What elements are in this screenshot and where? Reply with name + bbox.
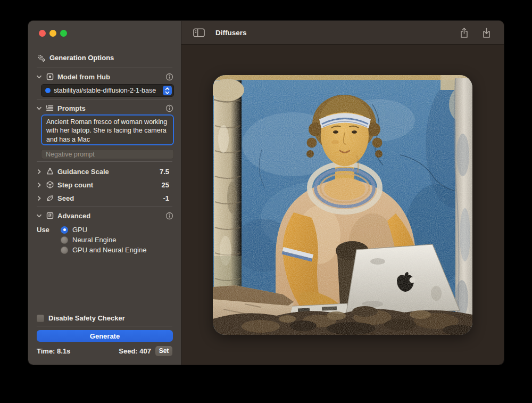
last-seed-value: Seed: 407 xyxy=(119,347,151,355)
radio-unselected[interactable] xyxy=(61,236,68,244)
prompt-input[interactable]: Ancient Roman fresco of woman working wi… xyxy=(41,114,174,145)
negative-prompt-input[interactable] xyxy=(41,149,174,159)
chevron-right-icon[interactable] xyxy=(36,168,42,175)
divider xyxy=(37,207,172,207)
chevron-down-icon[interactable] xyxy=(36,73,42,80)
chevron-down-icon[interactable] xyxy=(36,212,42,219)
chevron-down-icon[interactable] xyxy=(36,105,42,111)
safety-checkbox[interactable] xyxy=(37,315,44,322)
use-label: Use xyxy=(37,226,52,234)
close-button[interactable] xyxy=(39,30,46,37)
prompts-section-header: Prompts xyxy=(36,103,173,113)
safety-label: Disable Safety Checker xyxy=(48,314,125,322)
advanced-section-header: Advanced xyxy=(36,211,173,220)
model-select-value: stabilityai/stable-diffusion-2-1-base xyxy=(54,87,163,94)
seed-value: -1 xyxy=(163,194,169,202)
step-count-row[interactable]: Step count 25 xyxy=(36,180,173,190)
compute-unit-group: Use GPU Neural Engine GPU and Neural Eng… xyxy=(37,225,146,255)
sidebar: Generation Options Model from Hub stabil… xyxy=(28,21,181,365)
step-count-label: Step count xyxy=(57,181,93,189)
image-canvas xyxy=(181,45,504,365)
seed-row[interactable]: Seed -1 xyxy=(36,193,173,203)
radio-selected[interactable] xyxy=(61,226,68,234)
zoom-button[interactable] xyxy=(60,30,67,37)
safety-checker-row[interactable]: Disable Safety Checker xyxy=(37,314,125,322)
share-icon[interactable] xyxy=(457,26,471,39)
divider xyxy=(37,100,172,100)
info-icon[interactable] xyxy=(165,73,173,81)
model-section-header: Model from Hub xyxy=(36,72,173,81)
radio-option-gpu-and-neural-engine[interactable]: GPU and Neural Engine xyxy=(37,245,146,255)
chevron-right-icon[interactable] xyxy=(36,195,42,201)
gears-icon xyxy=(37,53,46,62)
model-icon xyxy=(45,72,54,81)
main-pane: Diffusers xyxy=(181,21,504,365)
model-status-dot xyxy=(45,88,51,93)
select-stepper-icon xyxy=(163,86,172,95)
prompts-section-label: Prompts xyxy=(57,104,86,112)
scale-weight-icon xyxy=(45,167,54,176)
radio-option-gpu[interactable]: Use GPU xyxy=(37,225,146,235)
advanced-section-label: Advanced xyxy=(57,212,90,220)
guidance-scale-row[interactable]: Guidance Scale 7.5 xyxy=(36,167,173,176)
save-image-icon[interactable] xyxy=(479,26,493,39)
radio-label: Neural Engine xyxy=(72,236,116,244)
flag-icon xyxy=(45,211,54,220)
radio-option-neural-engine[interactable]: Neural Engine xyxy=(37,235,146,245)
seed-label: Seed xyxy=(57,194,74,202)
prompts-icon xyxy=(45,104,54,113)
radio-label: GPU and Neural Engine xyxy=(72,246,146,254)
radio-unselected[interactable] xyxy=(61,246,68,254)
divider xyxy=(37,326,172,326)
generate-button[interactable]: Generate xyxy=(37,330,173,342)
info-icon[interactable] xyxy=(165,104,173,112)
generated-image-art xyxy=(213,75,472,335)
generated-image xyxy=(213,75,472,335)
model-section-label: Model from Hub xyxy=(57,73,110,81)
step-count-value: 25 xyxy=(162,181,169,189)
leaf-icon xyxy=(45,194,54,203)
model-select[interactable]: stabilityai/stable-diffusion-2-1-base xyxy=(41,84,174,97)
info-icon[interactable] xyxy=(165,212,173,220)
minimize-button[interactable] xyxy=(49,30,56,37)
sidebar-toggle-icon[interactable] xyxy=(192,26,206,39)
chevron-right-icon[interactable] xyxy=(36,182,42,188)
time-value: Time: 8.1s xyxy=(37,347,70,355)
window-title: Diffusers xyxy=(215,29,247,37)
toolbar: Diffusers xyxy=(181,21,504,45)
guidance-scale-label: Guidance Scale xyxy=(57,168,109,176)
app-window: Generation Options Model from Hub stabil… xyxy=(28,20,504,365)
guidance-scale-value: 7.5 xyxy=(160,168,169,176)
status-bar: Time: 8.1s Seed: 407 Set xyxy=(37,346,172,356)
radio-label: GPU xyxy=(72,226,87,234)
divider xyxy=(37,161,172,162)
divider xyxy=(37,68,172,68)
set-seed-button[interactable]: Set xyxy=(155,346,172,356)
cube-icon xyxy=(45,180,54,190)
sidebar-title: Generation Options xyxy=(49,54,114,62)
